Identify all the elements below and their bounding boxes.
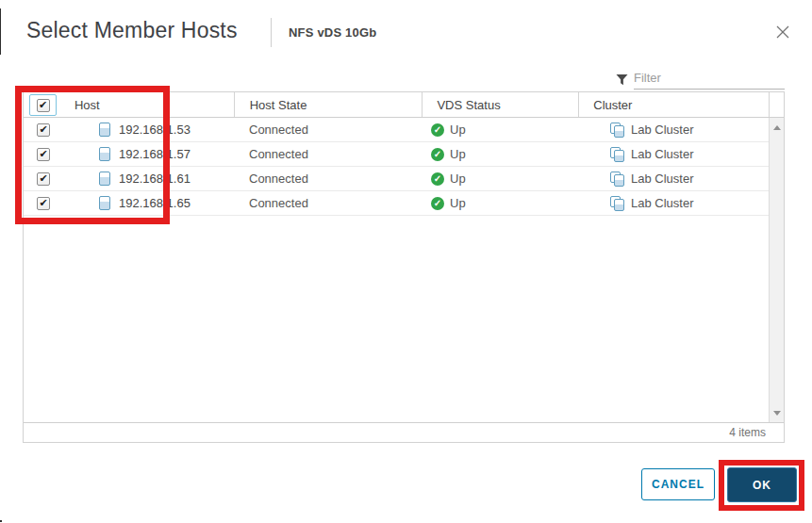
select-all-checkbox[interactable] (37, 99, 50, 112)
row-checkbox[interactable] (37, 123, 50, 137)
host-icon (99, 123, 110, 137)
cluster-name: Lab Cluster (631, 147, 693, 161)
cluster-name: Lab Cluster (631, 123, 693, 137)
screenshot-edge-artifact (0, 8, 1, 55)
cluster-icon (610, 123, 625, 138)
vds-status: Up (450, 196, 466, 210)
cluster-icon (610, 172, 625, 187)
host-state: Connected (234, 118, 423, 141)
host-name: 192.168.1.57 (119, 147, 191, 161)
status-up-icon (431, 123, 444, 137)
table-scrollbar[interactable] (769, 118, 784, 422)
column-header-spacer (769, 92, 784, 117)
vds-status: Up (450, 123, 466, 137)
select-all-focus-ring (29, 94, 57, 116)
ok-button[interactable]: OK (727, 467, 797, 502)
close-icon (775, 25, 790, 42)
select-member-hosts-dialog: Select Member Hosts NFS vDS 10Gb Host (0, 0, 812, 523)
cluster-icon (610, 196, 625, 211)
title-divider (271, 18, 272, 47)
cluster-name: Lab Cluster (631, 172, 693, 186)
host-name: 192.168.1.53 (119, 123, 191, 137)
row-checkbox[interactable] (37, 148, 50, 161)
row-checkbox[interactable] (37, 197, 50, 210)
table-row[interactable]: 192.168.1.65 Connected Up Lab Cluster (24, 191, 784, 216)
cluster-icon (610, 147, 625, 162)
filter-input[interactable] (634, 66, 785, 90)
dialog-subtitle: NFS vDS 10Gb (289, 25, 376, 40)
vds-status: Up (450, 147, 466, 161)
table-footer: 4 items (24, 422, 784, 442)
hosts-table: Host Host State VDS Status Cluster 192.1… (23, 91, 785, 443)
host-icon (99, 196, 110, 210)
cancel-button[interactable]: CANCEL (641, 468, 715, 500)
table-row[interactable]: 192.168.1.57 Connected Up Lab Cluster (24, 142, 784, 167)
screenshot-edge-artifact (0, 520, 2, 522)
host-state: Connected (234, 167, 423, 190)
page-title: Select Member Hosts (26, 18, 238, 43)
host-icon (99, 172, 110, 186)
column-header-host-state[interactable]: Host State (234, 92, 423, 117)
filter-box (613, 66, 785, 90)
scroll-up-arrow-icon[interactable] (770, 120, 784, 135)
vds-status: Up (450, 172, 466, 186)
filter-icon (616, 73, 628, 90)
status-up-icon (431, 148, 444, 161)
host-name: 192.168.1.61 (119, 172, 191, 186)
close-button[interactable] (772, 23, 793, 43)
table-header-row: Host Host State VDS Status Cluster (24, 92, 784, 118)
table-body: 192.168.1.53 Connected Up Lab Cluster 19… (24, 118, 784, 422)
column-header-cluster[interactable]: Cluster (578, 92, 769, 117)
status-up-icon (431, 172, 444, 186)
column-header-vds-status[interactable]: VDS Status (422, 92, 578, 117)
cluster-name: Lab Cluster (631, 196, 693, 210)
host-icon (99, 147, 110, 161)
host-state: Connected (234, 142, 423, 166)
scroll-down-arrow-icon[interactable] (770, 405, 784, 420)
select-all-cell (24, 92, 62, 117)
host-name: 192.168.1.65 (119, 196, 191, 210)
table-row[interactable]: 192.168.1.53 Connected Up Lab Cluster (24, 118, 784, 142)
row-checkbox[interactable] (37, 172, 50, 186)
host-state: Connected (234, 191, 423, 215)
item-count: 4 items (729, 426, 766, 439)
table-row[interactable]: 192.168.1.61 Connected Up Lab Cluster (24, 167, 784, 191)
column-header-host[interactable]: Host (62, 92, 234, 117)
status-up-icon (431, 197, 444, 210)
